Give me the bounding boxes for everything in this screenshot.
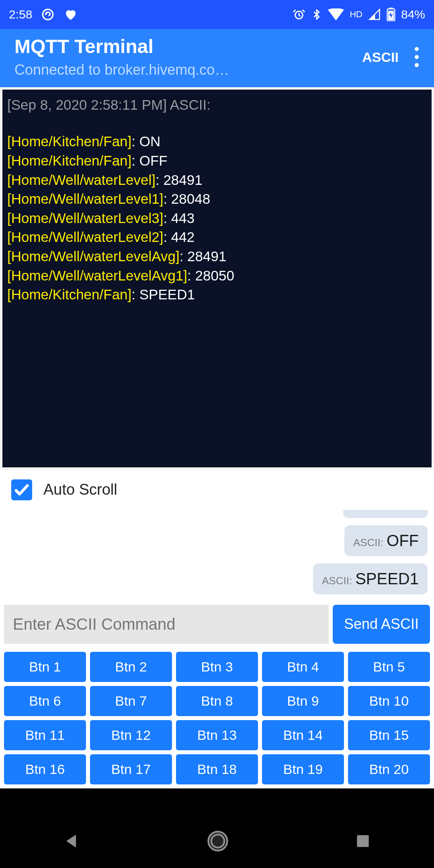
app-title: MQTT Terminal <box>14 36 362 57</box>
topic-value: 442 <box>171 229 194 245</box>
status-bar: 2:58 HD 84% <box>0 0 434 29</box>
macro-button[interactable]: Btn 15 <box>348 720 430 750</box>
macro-button[interactable]: Btn 19 <box>262 754 344 784</box>
wifi-icon <box>328 8 344 20</box>
topic-value: 28048 <box>171 191 210 207</box>
autoscroll-checkbox[interactable] <box>11 479 32 500</box>
topic-value: 28491 <box>163 172 202 188</box>
terminal-line: [Home/Well/waterLevel1]: 28048 <box>7 189 427 209</box>
app-bar: MQTT Terminal Connected to broker.hivemq… <box>0 29 434 87</box>
svg-point-0 <box>43 9 53 20</box>
topic-label: [Home/Well/waterLevel2] <box>7 229 163 245</box>
sent-bubble-partial <box>343 510 428 518</box>
sync-icon <box>41 8 55 21</box>
svg-rect-8 <box>357 835 368 847</box>
sent-messages: ASCII: OFF ASCII: SPEED1 <box>0 510 434 601</box>
terminal-line: [Home/Kitchen/Fan]: OFF <box>7 151 427 170</box>
sent-payload: SPEED1 <box>355 570 419 588</box>
terminal-line: [Home/Well/waterLevel]: 28491 <box>7 170 427 190</box>
sent-bubble[interactable]: ASCII: OFF <box>344 525 428 556</box>
terminal-line: [Home/Kitchen/Fan]: ON <box>7 132 427 151</box>
svg-rect-4 <box>389 8 393 9</box>
terminal-output[interactable]: [Sep 8, 2020 2:58:11 PM] ASCII: [Home/Ki… <box>2 90 432 467</box>
topic-label: [Home/Kitchen/Fan] <box>7 287 131 302</box>
topic-value: 28050 <box>195 268 234 283</box>
command-row: Send ASCII <box>0 601 434 648</box>
battery-pct: 84% <box>401 8 425 21</box>
autoscroll-label: Auto Scroll <box>43 481 117 498</box>
app-subtitle: Connected to broker.hivemq.co… <box>14 61 296 78</box>
macro-button[interactable]: Btn 4 <box>262 652 344 682</box>
sent-prefix: ASCII: <box>322 575 352 587</box>
macro-button[interactable]: Btn 1 <box>4 652 86 682</box>
macro-button[interactable]: Btn 13 <box>176 720 258 750</box>
sent-prefix: ASCII: <box>353 536 383 549</box>
terminal-header: [Sep 8, 2020 2:58:11 PM] ASCII: <box>7 95 427 115</box>
nav-back-icon[interactable] <box>62 831 82 851</box>
sent-payload: OFF <box>387 532 419 550</box>
macro-button[interactable]: Btn 18 <box>176 754 258 784</box>
terminal-line: [Home/Well/waterLevel2]: 442 <box>7 227 427 247</box>
macro-button[interactable]: Btn 14 <box>262 720 344 750</box>
macro-button[interactable]: Btn 12 <box>90 720 172 750</box>
nav-recent-icon[interactable] <box>354 832 372 850</box>
sent-bubble[interactable]: ASCII: SPEED1 <box>313 563 428 594</box>
topic-value: 28491 <box>187 248 226 264</box>
macro-button[interactable]: Btn 9 <box>262 686 344 716</box>
macro-button[interactable]: Btn 11 <box>4 720 86 750</box>
ascii-mode-button[interactable]: ASCII <box>362 49 399 65</box>
terminal-line: [Home/Well/waterLevelAvg]: 28491 <box>7 247 427 266</box>
heart-icon <box>63 7 78 22</box>
macro-button[interactable]: Btn 5 <box>348 652 430 682</box>
topic-label: [Home/Well/waterLevelAvg] <box>7 248 180 264</box>
topic-label: [Home/Kitchen/Fan] <box>7 153 131 168</box>
nav-home-icon[interactable] <box>207 830 229 852</box>
topic-value: 443 <box>171 210 194 226</box>
macro-button[interactable]: Btn 16 <box>4 754 86 784</box>
signal-icon <box>368 8 381 20</box>
macro-button[interactable]: Btn 6 <box>4 686 86 716</box>
bluetooth-icon <box>311 8 322 21</box>
topic-label: [Home/Well/waterLevel3] <box>7 210 163 226</box>
command-input[interactable] <box>4 605 329 644</box>
autoscroll-row: Auto Scroll <box>0 470 434 510</box>
status-time: 2:58 <box>9 8 32 21</box>
svg-point-7 <box>211 835 225 848</box>
terminal-line: [Home/Kitchen/Fan]: SPEED1 <box>7 285 427 304</box>
macro-button[interactable]: Btn 20 <box>348 754 430 784</box>
macro-button[interactable]: Btn 10 <box>348 686 430 716</box>
topic-label: [Home/Kitchen/Fan] <box>7 133 131 149</box>
alarm-icon <box>293 8 305 21</box>
terminal-line: [Home/Well/waterLevelAvg1]: 28050 <box>7 266 427 285</box>
macro-button[interactable]: Btn 2 <box>90 652 172 682</box>
topic-label: [Home/Well/waterLevel1] <box>7 191 163 207</box>
send-button[interactable]: Send ASCII <box>333 605 430 644</box>
topic-value: SPEED1 <box>139 287 195 302</box>
topic-value: OFF <box>139 153 168 168</box>
macro-button[interactable]: Btn 7 <box>90 686 172 716</box>
terminal-line: [Home/Well/waterLevel3]: 443 <box>7 209 427 228</box>
macro-button[interactable]: Btn 8 <box>176 686 258 716</box>
topic-value: ON <box>139 133 161 149</box>
more-menu-icon[interactable] <box>415 47 420 67</box>
macro-button[interactable]: Btn 3 <box>176 652 258 682</box>
topic-label: [Home/Well/waterLevelAvg1] <box>7 268 187 283</box>
wifi-hd-label: HD <box>350 9 362 20</box>
macro-button[interactable]: Btn 17 <box>90 754 172 784</box>
battery-icon <box>387 8 395 21</box>
topic-label: [Home/Well/waterLevel] <box>7 172 156 188</box>
nav-bar <box>0 814 434 868</box>
macro-button-grid: Btn 1Btn 2Btn 3Btn 4Btn 5Btn 6Btn 7Btn 8… <box>0 648 434 788</box>
